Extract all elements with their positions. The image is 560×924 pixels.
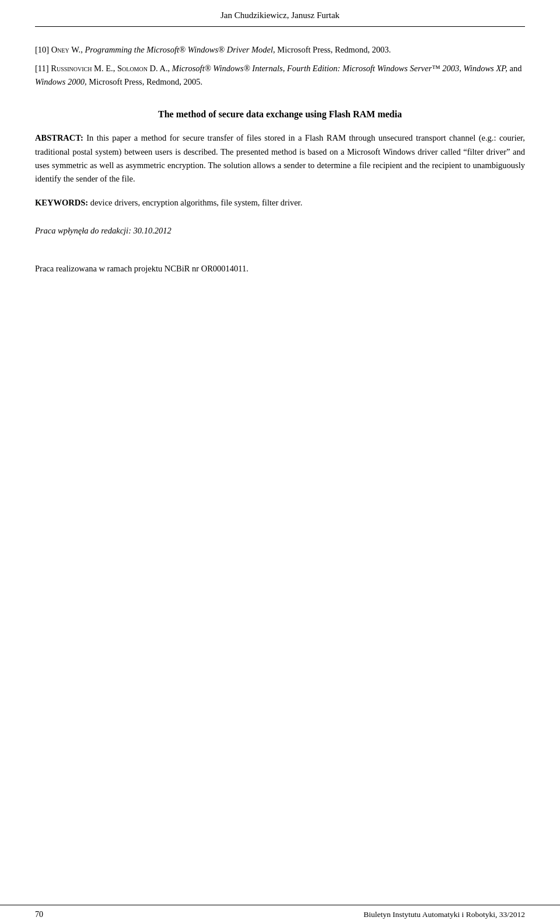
ref-10-author: Oney W. bbox=[51, 45, 80, 54]
keywords-label: KEYWORDS: bbox=[35, 198, 88, 207]
footer-page-number: 70 bbox=[35, 910, 43, 919]
keywords-body: device drivers, encryption algorithms, f… bbox=[88, 198, 302, 207]
keywords-block: KEYWORDS: device drivers, encryption alg… bbox=[35, 196, 525, 210]
praca-realizowana-text: Praca realizowana w ramach projektu NCBi… bbox=[35, 264, 249, 273]
ref-11-author: Russinovich M. E., Solomon D. A. bbox=[51, 64, 167, 73]
abstract-body: In this paper a method for secure transf… bbox=[35, 133, 525, 183]
page-container: Jan Chudzikiewicz, Janusz Furtak [10] On… bbox=[0, 0, 560, 924]
abstract-block: ABSTRACT: In this paper a method for sec… bbox=[35, 131, 525, 186]
reference-10: [10] Oney W., Programming the Microsoft®… bbox=[35, 43, 525, 56]
praca-realizowana: Praca realizowana w ramach projektu NCBi… bbox=[35, 264, 525, 274]
content-area: [10] Oney W., Programming the Microsoft®… bbox=[0, 27, 560, 320]
praca-wpłynęła-text: Praca wpłynęła do redakcji: 30.10.2012 bbox=[35, 226, 172, 235]
abstract-label: ABSTRACT: bbox=[35, 133, 83, 142]
ref-10-text: , Programming the Microsoft® Windows® Dr… bbox=[80, 45, 391, 54]
praca-wpłynęła: Praca wpłynęła do redakcji: 30.10.2012 bbox=[35, 226, 525, 236]
reference-11: [11] Russinovich M. E., Solomon D. A., M… bbox=[35, 62, 525, 88]
ref-10-id: [10] bbox=[35, 45, 51, 54]
header-authors: Jan Chudzikiewicz, Janusz Furtak bbox=[220, 11, 340, 20]
ref-11-id: [11] bbox=[35, 64, 51, 73]
page-header: Jan Chudzikiewicz, Janusz Furtak bbox=[0, 0, 560, 26]
page-footer: 70 Biuletyn Instytutu Automatyki i Robot… bbox=[0, 905, 560, 924]
section-title: The method of secure data exchange using… bbox=[35, 109, 525, 120]
footer-journal: Biuletyn Instytutu Automatyki i Robotyki… bbox=[363, 910, 525, 919]
